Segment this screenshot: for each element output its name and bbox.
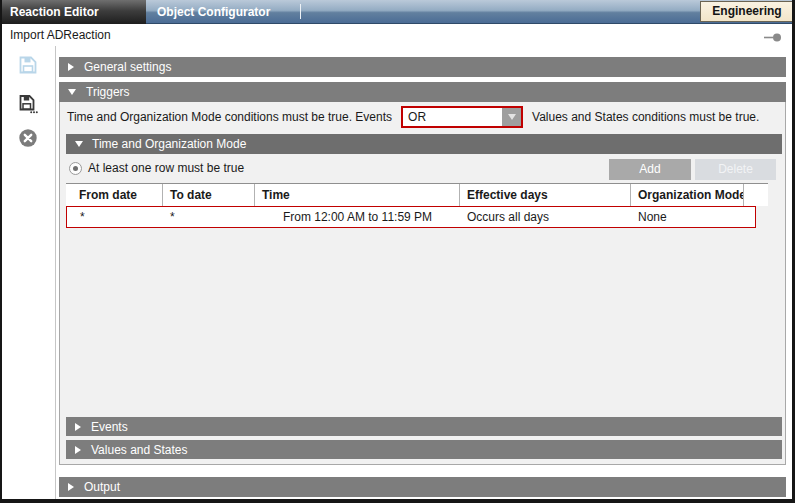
- column-header-time: Time: [255, 184, 460, 206]
- section-values-and-states[interactable]: Values and States: [66, 440, 782, 459]
- engineering-mode-button[interactable]: Engineering: [700, 1, 794, 22]
- page-title: Import ADReaction: [10, 24, 111, 46]
- tab-reaction-editor[interactable]: Reaction Editor: [0, 0, 146, 24]
- cell-organization-mode: None: [631, 210, 755, 224]
- column-header-organization-mode: Organization Mode: [631, 184, 744, 206]
- events-operator-dropdown[interactable]: OR: [401, 106, 523, 128]
- section-label: Output: [84, 480, 120, 494]
- triangle-right-icon: [68, 63, 74, 71]
- cancel-icon[interactable]: [18, 128, 38, 148]
- triggers-panel: Time and Organization Mode conditions mu…: [59, 102, 786, 465]
- condition-text-right: Values and States conditions must be tru…: [532, 110, 759, 124]
- add-button[interactable]: Add: [609, 159, 691, 180]
- section-events[interactable]: Events: [66, 417, 782, 436]
- section-label: Events: [91, 420, 128, 434]
- chevron-down-icon: [508, 114, 516, 120]
- section-label: Values and States: [91, 443, 188, 457]
- column-header-filler: [744, 184, 768, 206]
- radio-selected-dot: [73, 166, 78, 171]
- section-label: Triggers: [86, 85, 130, 99]
- time-conditions-table: From date To date Time Effective days Or…: [66, 183, 768, 228]
- editor-content: General settings Triggers Time and Organ…: [59, 46, 786, 499]
- table-header-row: From date To date Time Effective days Or…: [66, 183, 768, 206]
- triangle-right-icon: [68, 483, 74, 491]
- cell-effective-days: Occurs all days: [460, 210, 631, 224]
- table-row[interactable]: * * From 12:00 AM to 11:59 PM Occurs all…: [66, 206, 756, 228]
- pin-icon[interactable]: [764, 31, 782, 45]
- triangle-down-icon: [68, 89, 76, 95]
- condition-text-left: Time and Organization Mode conditions mu…: [67, 110, 392, 124]
- tab-object-configurator[interactable]: Object Configurator: [157, 0, 270, 24]
- save-as-icon[interactable]: [18, 94, 38, 114]
- column-header-effective-days: Effective days: [460, 184, 631, 206]
- column-header-to-date: To date: [163, 184, 255, 206]
- section-label: Time and Organization Mode: [92, 137, 246, 151]
- cell-time: From 12:00 AM to 11:59 PM: [255, 210, 460, 224]
- toolbar-sidebar: [2, 46, 56, 499]
- dropdown-value: OR: [408, 108, 426, 126]
- triangle-right-icon: [75, 423, 81, 431]
- trigger-condition-row: Time and Organization Mode conditions mu…: [67, 105, 781, 129]
- section-label: General settings: [84, 60, 171, 74]
- tab-bar: Reaction Editor Object Configurator Engi…: [0, 0, 795, 24]
- delete-button[interactable]: Delete: [695, 159, 776, 180]
- section-general-settings[interactable]: General settings: [59, 57, 786, 77]
- column-header-from-date: From date: [66, 184, 163, 206]
- triangle-down-icon: [75, 141, 83, 147]
- at-least-one-row-radio[interactable]: [69, 162, 82, 175]
- save-icon[interactable]: [18, 55, 38, 75]
- dropdown-arrow-button[interactable]: [502, 108, 521, 126]
- section-time-and-organization-mode[interactable]: Time and Organization Mode: [66, 134, 782, 154]
- triangle-right-icon: [75, 446, 81, 454]
- tab-separator: [300, 4, 301, 19]
- document-title-bar: Import ADReaction: [2, 24, 792, 46]
- section-output[interactable]: Output: [59, 477, 786, 497]
- radio-label: At least one row must be true: [88, 161, 244, 175]
- section-triggers[interactable]: Triggers: [59, 82, 786, 102]
- cell-from-date: *: [67, 210, 163, 224]
- row-rule-radio-row: At least one row must be true: [69, 161, 244, 175]
- application-window: Reaction Editor Object Configurator Engi…: [0, 0, 795, 503]
- cell-to-date: *: [163, 210, 255, 224]
